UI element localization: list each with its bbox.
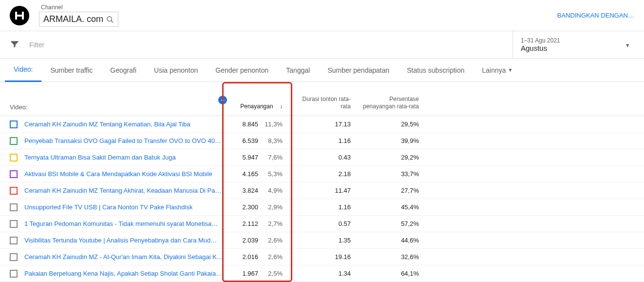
table-body: Ceramah KH Zainudin MZ Tentang Kematian,… — [0, 116, 644, 282]
row-checkbox[interactable] — [10, 203, 18, 211]
filter-icon[interactable] — [10, 39, 19, 50]
tab-video[interactable]: Video: — [5, 59, 41, 82]
row-checkbox[interactable] — [10, 187, 18, 195]
row-checkbox[interactable] — [10, 253, 18, 261]
video-title-link[interactable]: Visibilitas Tertunda Youtube | Analisis … — [24, 237, 217, 244]
video-cell: Visibilitas Tertunda Youtube | Analisis … — [0, 237, 224, 244]
channel-label: Channel — [39, 4, 118, 11]
views-value: 4.165 — [231, 170, 258, 178]
chevron-down-icon: ▾ — [626, 41, 629, 48]
col-header-views[interactable]: Penayangan ↓ — [224, 103, 292, 111]
row-checkbox[interactable] — [10, 270, 18, 278]
col-header-duration[interactable]: Durasi tonton rata-rata — [292, 96, 360, 111]
percent-cell: 27,7% — [360, 187, 429, 194]
video-title-link[interactable]: Ceramah KH Zainudin MZ Tentang Akhirat, … — [24, 187, 221, 194]
views-percent: 2,7% — [258, 220, 283, 227]
video-cell: Ceramah KH Zainudin MZ Tentang Kematian,… — [0, 121, 224, 128]
tab-gender[interactable]: Gender penonton — [207, 59, 277, 82]
percent-cell: 64,1% — [360, 270, 429, 277]
add-metric-button[interactable]: + — [218, 96, 227, 104]
views-percent: 8,3% — [258, 137, 283, 144]
percent-cell: 44,6% — [360, 237, 429, 244]
compare-button[interactable]: BANDINGKAN DENGAN… — [557, 12, 634, 19]
tab-more[interactable]: Lainnya ▼ — [474, 59, 522, 82]
header-bar: Channel ARMAILA. com BANDINGKAN DENGAN… — [0, 0, 644, 31]
views-percent: 11,3% — [258, 121, 283, 128]
video-cell: 1 Teguran Pedoman Komunitas - Tidak meme… — [0, 220, 224, 228]
table-header: Video: + Penayangan ↓ Durasi tonton rata… — [0, 82, 644, 116]
views-cell: 5.9477,6% — [224, 154, 292, 161]
svg-rect-0 — [15, 12, 17, 20]
views-value: 3.824 — [231, 187, 258, 194]
views-cell: 2.3002,9% — [224, 203, 292, 211]
col-header-video[interactable]: Video: — [0, 103, 224, 111]
video-cell: Penyebab Transaksi OVO Gagal Failed to T… — [0, 137, 224, 145]
views-cell: 1.9672,5% — [224, 270, 292, 277]
video-title-link[interactable]: Ternyata Ultraman Bisa Sakit Demam dan B… — [24, 154, 176, 161]
views-value: 2.300 — [231, 203, 258, 211]
tab-date[interactable]: Tanggal — [277, 59, 319, 82]
views-value: 6.539 — [231, 137, 258, 144]
percent-cell: 39,9% — [360, 137, 429, 144]
video-title-link[interactable]: Pakaian Berpeluang Kena Najis, Apakah Se… — [24, 270, 222, 277]
row-checkbox[interactable] — [10, 137, 18, 145]
views-percent: 2,5% — [258, 270, 283, 277]
views-value: 1.967 — [231, 270, 258, 277]
views-value: 2.016 — [231, 253, 258, 261]
duration-cell: 1.34 — [292, 270, 360, 277]
tab-age[interactable]: Usia penonton — [145, 59, 207, 82]
video-cell: Aktivasi BSI Mobile & Cara Mendapatkan K… — [0, 170, 224, 178]
filter-bar: Filter 1–31 Agu 2021 Agustus ▾ — [0, 31, 644, 59]
percent-cell: 29,5% — [360, 121, 429, 128]
channel-logo[interactable] — [10, 6, 29, 25]
tab-bar: Video: Sumber traffic Geografi Usia peno… — [0, 59, 644, 82]
table-row: Aktivasi BSI Mobile & Cara Mendapatkan K… — [0, 166, 644, 182]
row-checkbox[interactable] — [10, 237, 18, 244]
filter-input[interactable]: Filter — [29, 41, 44, 49]
table-row: Ceramah KH Zainudin MZ Tentang Akhirat, … — [0, 182, 644, 199]
video-title-link[interactable]: Ceramah KH Zainudin MZ Tentang Kematian,… — [24, 121, 190, 128]
table-wrap: Video: + Penayangan ↓ Durasi tonton rata… — [0, 82, 644, 282]
tab-geography[interactable]: Geografi — [101, 59, 145, 82]
percent-cell: 32,6% — [360, 253, 429, 261]
duration-cell: 0.43 — [292, 154, 360, 161]
row-checkbox[interactable] — [10, 121, 18, 128]
video-title-link[interactable]: Unsupported File TV USB | Cara Nonton TV… — [24, 203, 192, 211]
views-cell: 2.0392,6% — [224, 237, 292, 244]
tab-revenue[interactable]: Sumber pendapatan — [319, 59, 398, 82]
date-range-picker[interactable]: 1–31 Agu 2021 Agustus ▾ — [512, 31, 634, 58]
views-value: 8.845 — [231, 121, 258, 128]
sort-down-icon: ↓ — [280, 103, 283, 110]
views-percent: 7,6% — [258, 154, 283, 161]
tab-subscription[interactable]: Status subscription — [398, 59, 473, 82]
table-row: 1 Teguran Pedoman Komunitas - Tidak meme… — [0, 216, 644, 232]
views-percent: 2,6% — [258, 253, 283, 261]
channel-selector[interactable]: ARMAILA. com — [39, 12, 118, 27]
col-header-percent[interactable]: Persentase penayangan rata-rata — [360, 96, 429, 111]
views-percent: 5,3% — [258, 170, 283, 178]
views-cell: 4.1655,3% — [224, 170, 292, 178]
row-checkbox[interactable] — [10, 220, 18, 228]
video-cell: Pakaian Berpeluang Kena Najis, Apakah Se… — [0, 270, 224, 278]
table-row: Penyebab Transaksi OVO Gagal Failed to T… — [0, 133, 644, 149]
views-cell: 8.84511,3% — [224, 121, 292, 128]
video-title-link[interactable]: Ceramah KH Zainudin MZ - Al-Qur'an Imam … — [24, 253, 223, 261]
video-cell: Ternyata Ultraman Bisa Sakit Demam dan B… — [0, 154, 224, 161]
row-checkbox[interactable] — [10, 170, 18, 178]
views-percent: 2,9% — [258, 203, 283, 211]
table-row: Pakaian Berpeluang Kena Najis, Apakah Se… — [0, 265, 644, 282]
video-title-link[interactable]: Penyebab Transaksi OVO Gagal Failed to T… — [24, 137, 224, 144]
percent-cell: 45,4% — [360, 203, 429, 211]
views-value: 5.947 — [231, 154, 258, 161]
video-title-link[interactable]: 1 Teguran Pedoman Komunitas - Tidak meme… — [24, 220, 218, 227]
views-value: 2.039 — [231, 237, 258, 244]
row-checkbox[interactable] — [10, 154, 18, 161]
video-title-link[interactable]: Aktivasi BSI Mobile & Cara Mendapatkan K… — [24, 170, 212, 178]
tab-traffic[interactable]: Sumber traffic — [41, 59, 101, 82]
date-month-text: Agustus — [521, 44, 620, 52]
tab-more-label: Lainnya — [482, 66, 506, 74]
duration-cell: 0.57 — [292, 220, 360, 227]
views-percent: 2,6% — [258, 237, 283, 244]
chevron-down-icon: ▼ — [508, 67, 513, 73]
svg-rect-1 — [22, 12, 24, 20]
